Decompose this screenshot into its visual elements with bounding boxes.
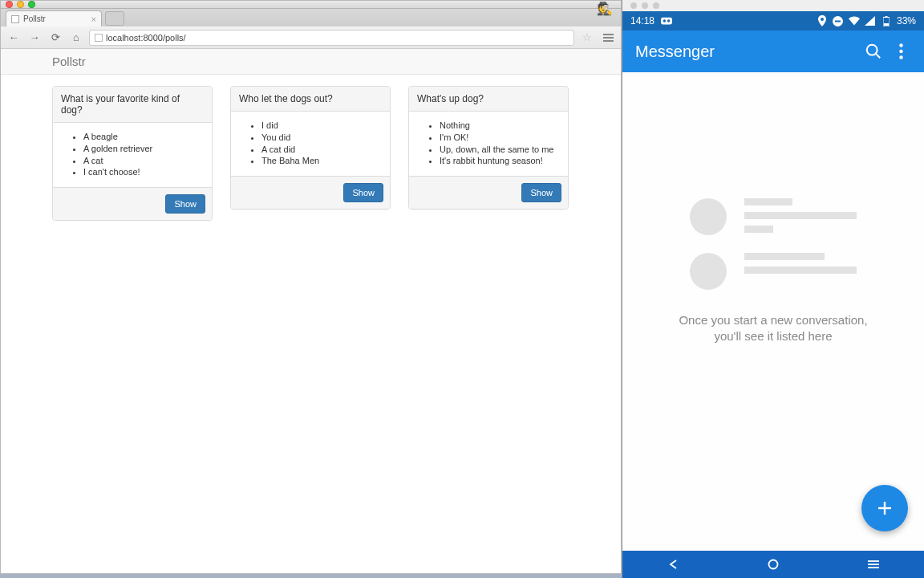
- placeholder-line: [744, 226, 773, 233]
- wifi-icon: [849, 15, 860, 26]
- poll-option: The Baha Men: [261, 156, 382, 167]
- bookmark-star-icon[interactable]: ☆: [579, 30, 595, 46]
- app-navbar: Pollstr: [1, 49, 621, 75]
- messenger-app-bar: Messenger: [622, 31, 924, 72]
- page-icon: [95, 34, 103, 42]
- address-bar[interactable]: localhost:8000/polls/: [89, 30, 574, 46]
- show-button[interactable]: Show: [343, 183, 383, 202]
- browser-tab-bar: Pollstr ×: [1, 9, 621, 26]
- poll-option: It's rabbit huntung season!: [440, 156, 560, 167]
- poll-question: Who let the dogs out?: [231, 87, 390, 112]
- new-tab-button[interactable]: [105, 11, 124, 26]
- vr-icon: [661, 15, 672, 26]
- placeholder-avatar: [690, 253, 727, 290]
- tab-title: Pollstr: [23, 14, 46, 23]
- poll-footer: Show: [231, 176, 390, 209]
- poll-question: What is your favorite kind of dog?: [53, 87, 212, 123]
- browser-window: 🕵️ Pollstr × ← → ⟳ ⌂ localhost:8000/poll…: [0, 0, 622, 574]
- poll-options: Nothing I'm OK! Up, down, all the same t…: [409, 112, 568, 176]
- show-button[interactable]: Show: [521, 183, 561, 202]
- svg-point-11: [899, 43, 902, 47]
- placeholder-row: [690, 198, 857, 235]
- back-button[interactable]: ←: [6, 30, 22, 46]
- svg-rect-5: [835, 20, 841, 22]
- signal-icon: [865, 15, 876, 26]
- poll-option: A cat: [83, 156, 204, 167]
- svg-point-13: [899, 55, 902, 59]
- status-battery-pct: 33%: [897, 15, 916, 26]
- polls-content: What is your favorite kind of dog? A bea…: [1, 75, 621, 573]
- home-button[interactable]: ⌂: [68, 30, 84, 46]
- window-minimize-button[interactable]: [17, 1, 24, 8]
- browser-menu-button[interactable]: [600, 30, 616, 46]
- emulator-dot: [653, 2, 659, 9]
- android-home-button[interactable]: [761, 557, 785, 572]
- window-titlebar: [1, 1, 621, 9]
- poll-card: What's up dog? Nothing I'm OK! Up, down,…: [408, 86, 569, 210]
- placeholder-line: [744, 253, 825, 260]
- url-text: localhost:8000/polls/: [106, 33, 186, 43]
- placeholder-lines: [744, 198, 857, 233]
- status-time: 14:18: [630, 15, 654, 26]
- search-icon[interactable]: [863, 41, 884, 62]
- svg-point-3: [821, 18, 824, 21]
- poll-option: I did: [261, 120, 382, 132]
- show-button[interactable]: Show: [165, 194, 205, 214]
- placeholder-line: [744, 198, 792, 206]
- poll-option: You did: [261, 132, 382, 144]
- poll-footer: Show: [409, 176, 568, 209]
- emulator-dot: [630, 2, 637, 9]
- poll-option: Nothing: [440, 120, 560, 132]
- reload-button[interactable]: ⟳: [47, 30, 63, 46]
- tab-close-icon[interactable]: ×: [91, 14, 96, 24]
- new-conversation-fab[interactable]: [861, 485, 908, 531]
- messenger-body: Once you start a new conversation, you'l…: [622, 72, 924, 551]
- poll-options: I did You did A cat did The Baha Men: [231, 112, 390, 176]
- poll-footer: Show: [53, 187, 212, 220]
- android-nav-bar: [622, 551, 924, 578]
- poll-question: What's up dog?: [409, 87, 568, 112]
- poll-option: A golden retriever: [83, 144, 204, 155]
- poll-card: Who let the dogs out? I did You did A ca…: [230, 86, 391, 210]
- location-icon: [817, 15, 828, 26]
- placeholder-avatar: [690, 198, 727, 235]
- browser-tab[interactable]: Pollstr ×: [6, 10, 102, 26]
- browser-toolbar: ← → ⟳ ⌂ localhost:8000/polls/ ☆: [1, 26, 621, 49]
- placeholder-line: [744, 212, 857, 219]
- android-emulator: 14:18 33% Messenger: [622, 0, 924, 578]
- overflow-menu-icon[interactable]: [890, 41, 911, 62]
- placeholder-line: [744, 267, 857, 274]
- svg-point-16: [768, 560, 777, 569]
- window-maximize-button[interactable]: [28, 1, 35, 8]
- poll-card: What is your favorite kind of dog? A bea…: [52, 86, 213, 221]
- empty-line-2: you'll see it listed here: [714, 329, 832, 343]
- svg-point-2: [667, 19, 671, 22]
- tab-favicon: [11, 15, 19, 23]
- poll-option: I can't choose!: [83, 167, 204, 178]
- android-recents-button[interactable]: [861, 557, 886, 572]
- emulator-titlebar: [622, 0, 924, 11]
- placeholder-row: [690, 253, 857, 290]
- dnd-icon: [833, 15, 844, 26]
- emulator-dot: [642, 2, 648, 9]
- svg-rect-0: [661, 18, 672, 25]
- app-bar-title: Messenger: [635, 43, 857, 61]
- poll-options: A beagle A golden retriever A cat I can'…: [53, 123, 212, 187]
- placeholder-lines: [744, 253, 857, 274]
- app-brand[interactable]: Pollstr: [52, 55, 86, 68]
- svg-point-1: [663, 19, 667, 22]
- poll-option: A cat did: [261, 144, 382, 156]
- svg-point-12: [899, 50, 902, 53]
- empty-line-1: Once you start a new conversation,: [679, 313, 867, 327]
- battery-icon: [881, 15, 892, 26]
- poll-option: A beagle: [83, 132, 204, 143]
- window-close-button[interactable]: [6, 1, 13, 8]
- svg-rect-8: [884, 23, 889, 26]
- empty-state-text: Once you start a new conversation, you'l…: [679, 312, 867, 345]
- android-back-button[interactable]: [661, 557, 685, 572]
- svg-point-9: [867, 45, 877, 55]
- poll-option: Up, down, all the same to me: [440, 144, 560, 156]
- svg-line-10: [876, 54, 881, 59]
- empty-state-placeholder: [690, 198, 857, 290]
- forward-button[interactable]: →: [26, 30, 43, 46]
